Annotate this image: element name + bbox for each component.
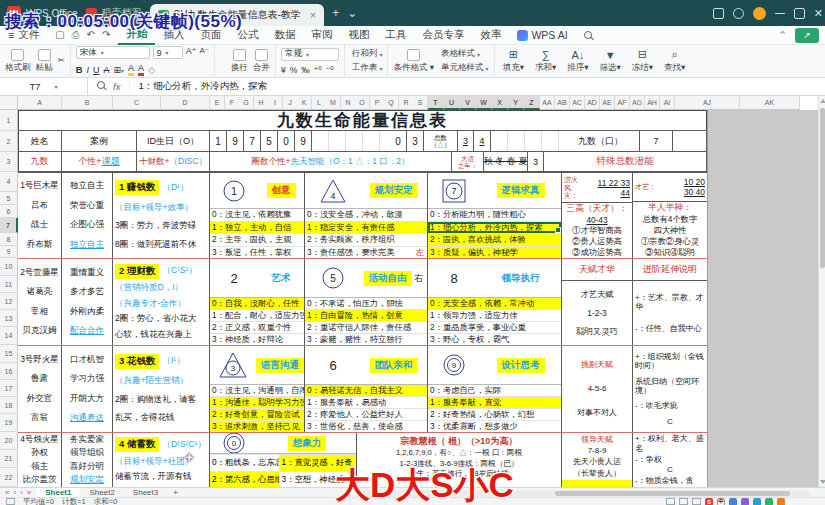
number-label-cell[interactable]: 设计思考 — [480, 358, 561, 373]
column-header-V[interactable]: V — [460, 96, 476, 110]
column-header-AH[interactable]: AH — [645, 96, 660, 110]
trait-line[interactable]: 0：没主见，沟通弱，自闭 — [210, 385, 304, 396]
name-label-cell[interactable]: 姓名 — [18, 131, 62, 152]
font-increase-icon[interactable]: A⁺ — [186, 46, 197, 59]
row-header-20[interactable]: 20 — [0, 432, 18, 450]
trait-line[interactable]: 2：固执，喜欢挑战，体验 — [428, 233, 561, 246]
personality-header-cell[interactable]: 个性+课题 — [62, 152, 137, 172]
column-header-AB[interactable]: AB — [555, 96, 570, 110]
row-header-21[interactable]: 21 — [0, 450, 18, 468]
column-header-C[interactable]: C — [113, 96, 161, 110]
column-header-W[interactable]: W — [476, 96, 492, 110]
tab-视图[interactable]: 视图 — [340, 26, 377, 45]
tab-数据[interactable]: 数据 — [266, 26, 303, 45]
right-col-2[interactable]: +：权利、老大、盛名-：争权C-：物质金钱，贪 — [633, 433, 707, 487]
row-header-7[interactable]: 7 — [0, 218, 18, 233]
number-label-cell[interactable]: 逻辑求真 — [480, 183, 561, 198]
trait-line[interactable]: 3：责任感强，要求完美左 — [305, 246, 427, 259]
column-header-Y[interactable]: Y — [508, 96, 524, 110]
number-label-cell[interactable]: 语言沟通 — [256, 358, 304, 373]
row-header-2[interactable]: 2 — [0, 131, 18, 152]
birth-digit-cell[interactable]: 0 — [278, 131, 295, 152]
number-label-cell[interactable]: 活动自由右 — [360, 271, 427, 286]
special-total-cell[interactable]: 特殊总数潜能 — [544, 152, 707, 172]
trait-line[interactable]: 3：世俗化，慈善，使命感 — [305, 420, 427, 432]
star-name-cell[interactable]: 2号萱藤星诸葛亮宰相贝克汉姆 — [18, 259, 62, 345]
fill-color-icon[interactable]: A — [128, 63, 134, 76]
trait-line[interactable]: 0：粗线条，忘东忘西 — [210, 454, 280, 471]
right-col-1[interactable]: 挑剔天赋4-5-6对事不对人 — [562, 346, 633, 432]
trait-line[interactable]: 2：疼爱他人，公益烂好人 — [305, 408, 427, 420]
column-header-AJ[interactable]: AJ — [675, 96, 740, 110]
column-header-D[interactable]: D — [161, 96, 210, 110]
trait-line[interactable]: 1：细心分析，外冷内热，探索 — [428, 221, 561, 234]
right-content-cell[interactable]: +：权利、老大、盛名-：争权C-：物质金钱，贪 — [633, 433, 707, 487]
circle-personality-header-cell[interactable]: 圈数个性+先天智能（O：1 △：1 口：2） — [210, 152, 452, 172]
row-header-17[interactable]: 17 — [0, 380, 18, 397]
number-label-cell[interactable]: 团队亲和 — [360, 358, 427, 373]
trait-line[interactable]: 0：不承诺，怕压力，胆怯 — [305, 298, 427, 309]
clear-icon[interactable]: ◇ — [148, 65, 155, 75]
disaster-talent-cell[interactable]: 才艺：10 20 30 40 — [633, 173, 707, 202]
tab-wps-ai[interactable]: WPS AI — [509, 26, 575, 45]
column-header-AG[interactable]: AG — [630, 96, 645, 110]
table-style-button[interactable]: 表格样式▾ — [439, 48, 489, 60]
trait-line[interactable]: 1：稳定安全，有责任感 — [305, 221, 427, 234]
season-value-cell[interactable]: 3 — [528, 152, 544, 172]
font-size-select[interactable]: 9▾ — [153, 46, 183, 59]
sheet-title-cell[interactable]: 九数生命能量信息表 — [18, 110, 707, 131]
right-content-cell[interactable]: 挑剔天赋4-5-6对事不对人 — [562, 346, 632, 432]
sum-triangle-label-cell[interactable]: 总数 （△） — [424, 131, 458, 152]
trait-line[interactable]: 0：没主见，依赖犹豫 — [210, 209, 304, 221]
number-format-select[interactable]: 常规▾ — [281, 48, 339, 61]
row-header-14[interactable]: 14 — [0, 327, 18, 345]
column-header-X[interactable]: X — [492, 96, 508, 110]
zoom-formula-icon[interactable] — [97, 81, 105, 89]
row-header-8[interactable]: 8 — [0, 233, 18, 246]
trait-line[interactable]: 1：沟通佳，聪明学习力强 — [210, 396, 304, 408]
font-name-select[interactable]: 宋体▾ — [76, 46, 150, 59]
traits-cell[interactable]: 独立自主荣誉心重企图心强独立自主 — [62, 173, 113, 258]
money-number-cell[interactable]: 2 理财数（C¹S²）（营销特质D，I）（兴趣专才-合作）2圈：劳心，省小花大心… — [113, 259, 210, 345]
row-header-6[interactable]: 6 — [0, 205, 18, 218]
find-button[interactable]: ⌕查找▾ — [661, 48, 688, 74]
sum-button[interactable]: ∑求和▾ — [532, 49, 559, 74]
money-number-cell[interactable]: 3 花钱数（I¹）（兴趣+陌生营销）2圈：购物送礼，请客乱买，舍得花钱 — [113, 346, 210, 432]
id-birthday-cell[interactable]: ID生日（O） — [137, 131, 210, 152]
trait-line[interactable]: 3：优柔寡断，想多做少 — [428, 420, 561, 432]
column-header-B[interactable]: B — [62, 96, 113, 110]
currency-button[interactable]: ¥ — [281, 65, 286, 75]
trait-line[interactable]: 0：易轻诺无信，自我主义 — [305, 385, 427, 396]
page-break-icon[interactable] — [692, 498, 701, 505]
trait-line[interactable]: 3：叛逆，任性，掌权 — [210, 246, 304, 259]
wps-tray-icon[interactable]: S — [705, 498, 713, 505]
normal-view-icon[interactable] — [666, 498, 675, 505]
right-bottom-cell[interactable]: 半人半神：总数有4个数字四大神性①宗教②身心灵③知识④聪明 — [633, 202, 707, 258]
right-bottom-cell[interactable]: 三高（天才）：40-43①才华智商高②贵人运势高③成功运势高 — [562, 203, 632, 258]
tab-工具[interactable]: 工具 — [377, 26, 414, 45]
underline-button[interactable]: U — [93, 65, 100, 75]
fill-button[interactable]: ⊞填充▾ — [500, 48, 527, 74]
tray-icon-4[interactable] — [741, 498, 749, 505]
borders-icon[interactable]: ⊞▾ — [114, 65, 125, 75]
column-header-AD[interactable]: AD — [585, 96, 600, 110]
rows-cols-button[interactable]: 行和列▾ — [350, 48, 383, 60]
right-content-cell[interactable]: +：组织规划（金钱时间）系统归纳（空间环境）-：吹毛求疵C — [633, 346, 707, 432]
row-header-13[interactable]: 13 — [0, 310, 18, 327]
add-sheet-button[interactable]: + — [167, 488, 184, 497]
cut-icon[interactable]: ✂ — [58, 55, 65, 65]
case-label-cell[interactable]: 案例 — [62, 131, 137, 152]
star-name-cell[interactable]: 3号野火星鲁肃外交官富翁 — [18, 346, 62, 432]
merge-cells-button[interactable]: 合并 — [253, 49, 270, 74]
number-label-cell[interactable]: 创意 — [258, 183, 304, 198]
percent-button[interactable]: % — [290, 65, 298, 75]
new-tab-button[interactable]: + — [332, 6, 339, 20]
formula-input[interactable]: 1：细心分析，外冷内热，探索 — [130, 80, 267, 93]
scroll-down-arrow[interactable] — [820, 480, 825, 484]
italic-button[interactable]: I — [87, 65, 90, 75]
trait-line[interactable]: 1：自由冒险，热情，创意 — [305, 309, 427, 321]
minimize-button[interactable] — [775, 13, 785, 14]
tray-icon-6[interactable] — [765, 498, 773, 505]
nine-header-cell[interactable]: 九数 — [18, 152, 62, 172]
permille-button[interactable]: ‰ — [301, 65, 310, 75]
